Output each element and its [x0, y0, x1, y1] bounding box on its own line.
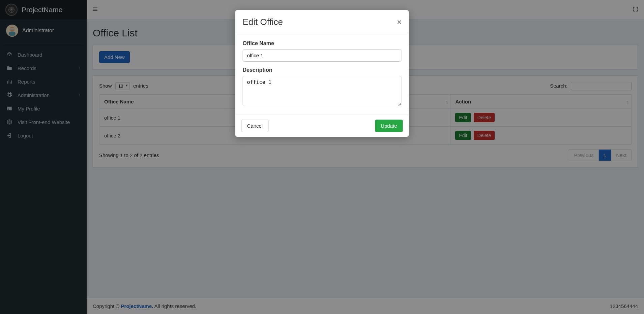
modal-title: Edit Office [243, 17, 283, 27]
edit-office-modal: Edit Office × Office Name Description Ca… [235, 10, 409, 137]
office-name-input[interactable] [243, 49, 402, 62]
modal-body: Office Name Description [235, 33, 409, 115]
update-button[interactable]: Update [375, 120, 403, 132]
office-name-label: Office Name [243, 40, 402, 46]
cancel-button[interactable]: Cancel [241, 120, 269, 132]
modal-header: Edit Office × [235, 10, 409, 33]
close-icon[interactable]: × [397, 19, 402, 26]
description-textarea[interactable] [243, 76, 402, 106]
modal-footer: Cancel Update [235, 115, 409, 137]
description-label: Description [243, 67, 402, 73]
